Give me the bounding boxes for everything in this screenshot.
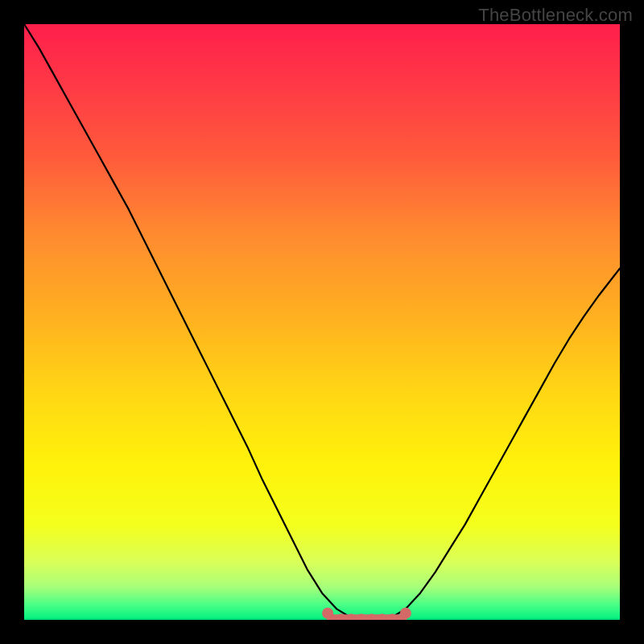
- plot-area: [24, 24, 620, 620]
- background-gradient: [24, 24, 620, 620]
- svg-rect-0: [24, 24, 620, 620]
- watermark-text: TheBottleneck.com: [478, 5, 633, 26]
- chart-frame: TheBottleneck.com: [0, 0, 644, 644]
